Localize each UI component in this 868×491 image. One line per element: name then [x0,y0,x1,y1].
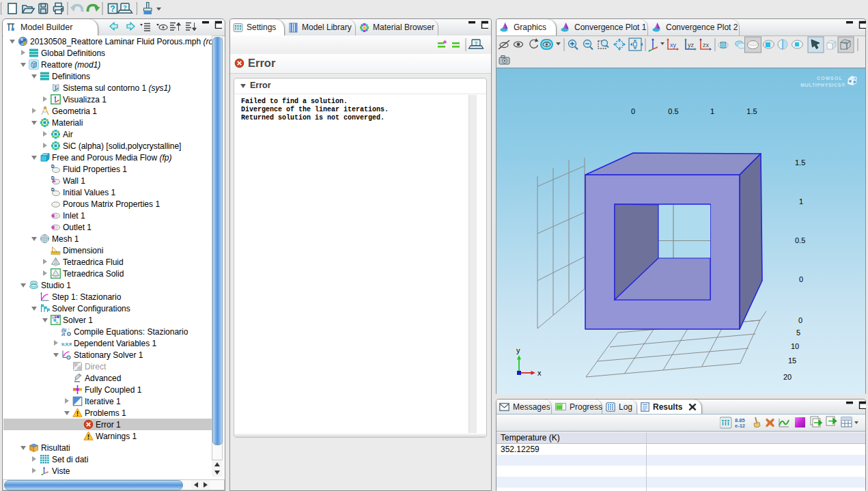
svg-text:e-12: e-12 [735,423,745,429]
svg-text:0: 0 [798,316,802,324]
svg-text:y: y [516,346,520,354]
svg-text:?: ? [475,40,478,46]
svg-text:xy: xy [670,42,677,48]
svg-text:COMSOL: COMSOL [817,76,843,81]
svg-text:1.5: 1.5 [746,107,757,115]
svg-text:10: 10 [791,342,799,350]
svg-text:?: ? [110,4,115,14]
svg-text:MULTIPHYSICS®: MULTIPHYSICS® [800,83,845,87]
svg-text:20: 20 [783,373,792,381]
svg-text:zx: zx [703,42,710,48]
svg-text:0.5: 0.5 [795,236,805,244]
svg-text:0.5: 0.5 [668,107,678,115]
svg-text:0: 0 [631,107,635,115]
svg-text:1: 1 [710,107,714,115]
svg-text:x: x [537,369,542,377]
svg-text:0: 0 [799,275,803,283]
svg-text:1.5: 1.5 [795,158,805,167]
svg-text:5: 5 [796,328,800,337]
svg-text:1: 1 [799,197,803,206]
svg-text:?: ? [123,4,127,11]
svg-text:15: 15 [788,356,796,365]
svg-text:yz: yz [688,42,695,48]
